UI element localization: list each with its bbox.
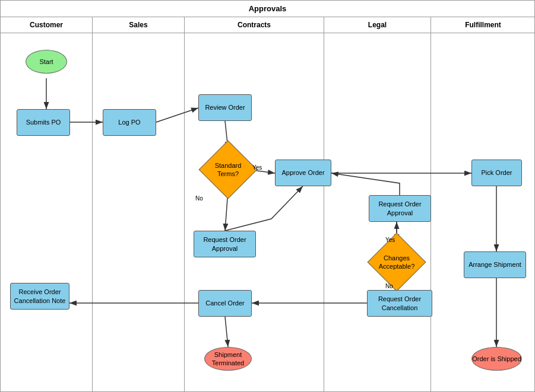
pick-order-node: Pick Order: [471, 160, 522, 186]
diagram-container: Approvals Customer Sales Contracts Legal…: [0, 0, 535, 392]
order-shipped-node: Order is Shipped: [471, 347, 522, 371]
arrange-shipment-node: Arrange Shipment: [464, 251, 526, 278]
request-approval-contracts-node: Request Order Approval: [194, 231, 256, 257]
cancel-order-node: Cancel Order: [198, 290, 252, 317]
shipment-terminated-node: Shipment Terminated: [204, 347, 252, 371]
submits-po-node: Submits PO: [17, 109, 70, 136]
lane-header-contracts: Contracts: [185, 17, 324, 33]
request-approval-legal-node: Request Order Approval: [369, 195, 431, 222]
lane-header-sales: Sales: [93, 17, 184, 33]
changes-acceptable-label: Changes Acceptable?: [376, 241, 417, 283]
receive-cancel-note-node: Receive Order Cancellation Note: [10, 283, 69, 310]
standard-terms-label: Standard Terms?: [207, 149, 249, 190]
no-label-1: No: [195, 195, 203, 202]
approve-order-node: Approve Order: [275, 160, 331, 186]
lane-fulfillment: Fulfillment: [431, 17, 535, 391]
review-order-node: Review Order: [198, 94, 252, 121]
log-po-node: Log PO: [103, 109, 156, 136]
lane-sales: Sales: [93, 17, 185, 391]
lane-header-legal: Legal: [324, 17, 430, 33]
lane-header-fulfillment: Fulfillment: [431, 17, 535, 33]
start-node: Start: [26, 50, 67, 74]
yes-label-2: Yes: [385, 237, 395, 243]
standard-terms-diamond-container: Standard Terms?: [207, 149, 249, 190]
yes-label-1: Yes: [252, 164, 262, 171]
lane-contracts: Contracts: [185, 17, 324, 391]
changes-acceptable-diamond-container: Changes Acceptable?: [376, 241, 417, 283]
lane-header-customer: Customer: [1, 17, 92, 33]
no-label-2: No: [385, 283, 393, 289]
diagram-title: Approvals: [1, 1, 534, 17]
swim-lanes: Customer Sales Contracts Legal Fulfillme…: [1, 17, 534, 391]
request-cancellation-node: Request Order Cancellation: [367, 290, 432, 317]
